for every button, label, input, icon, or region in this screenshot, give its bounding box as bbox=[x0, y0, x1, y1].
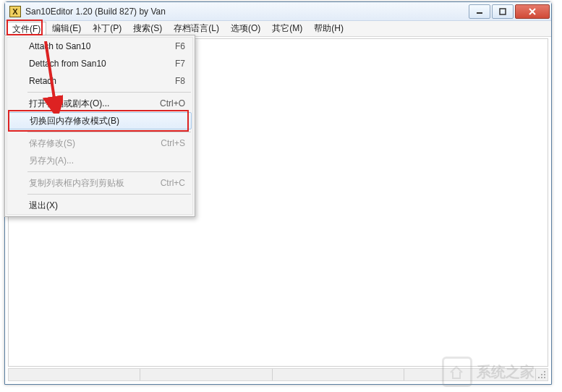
menu-item-label: Attach to San10 bbox=[29, 41, 175, 51]
menu-separator bbox=[27, 171, 191, 172]
app-icon: X bbox=[9, 6, 21, 17]
menu-item-label: Retach bbox=[29, 76, 175, 86]
menu-item-2[interactable]: RetachF8 bbox=[7, 72, 192, 90]
menu-item-label: 复制列表框内容到剪贴板 bbox=[29, 177, 161, 189]
menu-item-shortcut: F8 bbox=[175, 76, 185, 86]
status-bar bbox=[8, 368, 548, 381]
window-title: San10Editor 1.20 (Build 827) by Van bbox=[25, 7, 467, 17]
status-cell bbox=[9, 369, 140, 380]
menu-item-10: 复制列表框内容到剪贴板Ctrl+C bbox=[7, 174, 192, 192]
menu-item-12[interactable]: 退出(X) bbox=[7, 197, 192, 214]
menu-4[interactable]: 存档语言(L) bbox=[168, 21, 225, 36]
menu-separator bbox=[27, 92, 191, 93]
menu-item-shortcut: Ctrl+C bbox=[161, 178, 185, 188]
svg-point-8 bbox=[541, 374, 542, 375]
menu-item-label: 另存为(A)... bbox=[29, 155, 185, 167]
svg-point-4 bbox=[544, 377, 545, 378]
menu-item-7: 保存修改(S)Ctrl+S bbox=[7, 135, 192, 152]
resize-grip-icon[interactable] bbox=[536, 369, 548, 380]
menu-separator bbox=[27, 194, 191, 195]
file-menu-dropdown: Attach to San10F6Dettach from San10F7Ret… bbox=[4, 35, 195, 217]
menu-item-0[interactable]: Attach to San10F6 bbox=[7, 38, 192, 55]
svg-point-6 bbox=[544, 374, 545, 375]
titlebar: X San10Editor 1.20 (Build 827) by Van bbox=[5, 2, 551, 21]
menu-item-8: 另存为(A)... bbox=[7, 152, 192, 169]
menu-item-5[interactable]: 切换回内存修改模式(B) bbox=[8, 112, 192, 129]
menu-item-shortcut: Ctrl+O bbox=[160, 98, 185, 108]
menu-2[interactable]: 补丁(P) bbox=[87, 21, 127, 36]
menu-item-shortcut: Ctrl+S bbox=[161, 138, 185, 148]
menu-separator bbox=[27, 132, 191, 132]
svg-point-9 bbox=[544, 371, 545, 372]
menu-item-label: 切换回内存修改模式(B) bbox=[30, 115, 184, 127]
menu-3[interactable]: 搜索(S) bbox=[127, 21, 168, 36]
menu-item-shortcut: F7 bbox=[175, 59, 185, 69]
svg-point-5 bbox=[541, 377, 542, 378]
menu-item-label: 保存修改(S) bbox=[29, 137, 161, 150]
maximize-button[interactable] bbox=[492, 4, 514, 19]
minimize-button[interactable] bbox=[469, 4, 490, 19]
window-controls bbox=[467, 4, 550, 19]
menu-item-4[interactable]: 打开存档或剧本(O)...Ctrl+O bbox=[7, 95, 192, 112]
menu-item-label: 打开存档或剧本(O)... bbox=[29, 98, 160, 110]
menu-item-label: 退出(X) bbox=[29, 200, 185, 212]
menu-item-label: Dettach from San10 bbox=[29, 59, 175, 69]
menu-5[interactable]: 选项(O) bbox=[225, 21, 266, 36]
menu-item-1[interactable]: Dettach from San10F7 bbox=[7, 55, 192, 72]
menu-0[interactable]: 文件(F) bbox=[7, 22, 46, 36]
close-button[interactable] bbox=[515, 4, 550, 19]
status-cell bbox=[140, 369, 272, 380]
menu-1[interactable]: 编辑(E) bbox=[46, 21, 87, 36]
menu-6[interactable]: 其它(M) bbox=[266, 21, 308, 36]
menu-7[interactable]: 帮助(H) bbox=[308, 21, 349, 36]
svg-rect-1 bbox=[500, 9, 506, 14]
svg-point-7 bbox=[538, 377, 540, 378]
status-cell bbox=[273, 369, 404, 380]
status-cell bbox=[404, 369, 536, 380]
menu-item-shortcut: F6 bbox=[175, 41, 185, 51]
